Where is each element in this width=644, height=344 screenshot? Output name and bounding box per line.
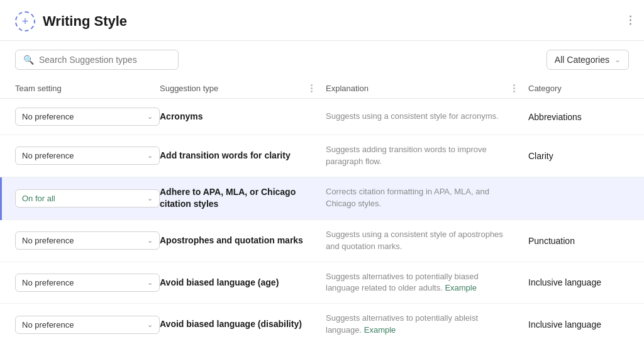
- suggestion-type-cell: Apostrophes and quotation marks: [160, 235, 311, 247]
- explanation-text: Suggests adding transition words to impr…: [326, 145, 487, 166]
- explanation-text: Suggests using a consistent style for ac…: [326, 111, 499, 121]
- suggestion-name: Adhere to APA, MLA, or Chicago citation …: [160, 187, 296, 209]
- col-category: Category: [528, 84, 629, 93]
- category-value: Clarity: [528, 151, 553, 161]
- table-row-inner: No preference⌄Apostrophes and quotation …: [0, 220, 644, 262]
- team-setting-cell: No preference⌄: [15, 108, 160, 126]
- team-setting-value: On for all: [22, 194, 55, 203]
- table-row: No preference⌄Apostrophes and quotation …: [0, 220, 644, 262]
- table-row-inner: No preference⌄Avoid biased language (dis…: [0, 304, 644, 344]
- suggestion-name: Add transition words for clarity: [160, 150, 291, 160]
- suggestion-name: Avoid biased language (age): [160, 277, 279, 287]
- add-icon[interactable]: +: [15, 11, 35, 31]
- team-setting-value: No preference: [22, 320, 74, 330]
- table-row-inner: No preference⌄Add transition words for c…: [0, 135, 644, 177]
- team-setting-cell: No preference⌄: [15, 147, 160, 165]
- explanation-text: Suggests using a consistent style of apo…: [326, 230, 503, 251]
- explanation-cell: Suggests alternatives to potentially bia…: [326, 271, 513, 295]
- team-setting-value: No preference: [22, 112, 74, 121]
- chevron-down-icon: ⌄: [147, 194, 153, 203]
- suggestion-name: Apostrophes and quotation marks: [160, 235, 303, 245]
- table-row-inner: No preference⌄AcronymsSuggests using a c…: [0, 99, 644, 135]
- explanation-cell: Suggests alternatives to potentially abl…: [326, 313, 513, 336]
- team-setting-select[interactable]: No preference⌄: [15, 108, 160, 126]
- table-row-inner: No preference⌄Avoid biased language (age…: [0, 262, 644, 304]
- suggestion-type-cell: Acronyms: [160, 111, 311, 123]
- team-setting-cell: On for all⌄: [15, 189, 160, 208]
- search-box[interactable]: 🔍: [15, 50, 179, 70]
- team-setting-select[interactable]: On for all⌄: [15, 189, 160, 208]
- suggestion-type-cell: Adhere to APA, MLA, or Chicago citation …: [160, 186, 311, 211]
- row-accent: [0, 177, 2, 220]
- dots-menu-icon[interactable]: [627, 13, 634, 28]
- team-setting-select[interactable]: No preference⌄: [15, 147, 160, 165]
- category-cell: Inclusive language: [528, 277, 629, 287]
- page-title: Writing Style: [43, 13, 127, 30]
- explanation-text: Corrects citation formatting in APA, MLA…: [326, 187, 489, 208]
- team-setting-select[interactable]: No preference⌄: [15, 316, 160, 334]
- suggestion-type-cell: Avoid biased language (age): [160, 277, 311, 289]
- category-label: All Categories: [555, 55, 609, 65]
- explanation-text: Suggests alternatives to potentially bia…: [326, 272, 479, 293]
- suggestion-name: Avoid biased language (disability): [160, 319, 302, 329]
- table-body: No preference⌄AcronymsSuggests using a c…: [0, 99, 644, 344]
- chevron-down-icon: ⌄: [147, 113, 153, 121]
- chevron-down-icon: ⌄: [147, 152, 153, 160]
- explanation-cell: Suggests using a consistent style for ac…: [326, 111, 513, 123]
- chevron-down-icon: ⌄: [147, 279, 153, 287]
- explanation-link[interactable]: Example: [364, 325, 396, 335]
- suggestion-type-cell: Add transition words for clarity: [160, 150, 311, 162]
- col-suggestion-type: Suggestion type: [160, 84, 311, 93]
- team-setting-value: No preference: [22, 278, 74, 287]
- explanation-cell: Suggests using a consistent style of apo…: [326, 229, 513, 253]
- category-value: Inclusive language: [528, 319, 601, 330]
- explanation-text: Suggests alternatives to potentially abl…: [326, 313, 478, 335]
- table-row: No preference⌄Add transition words for c…: [0, 135, 644, 177]
- search-icon: 🔍: [23, 55, 34, 65]
- category-cell: Punctuation: [528, 236, 629, 246]
- team-setting-value: No preference: [22, 236, 74, 245]
- chevron-down-icon: ⌄: [147, 321, 153, 329]
- category-value: Abbreviations: [528, 112, 582, 122]
- category-value: Inclusive language: [528, 277, 601, 287]
- suggestion-name: Acronyms: [160, 111, 203, 121]
- table-row: No preference⌄Avoid biased language (dis…: [0, 304, 644, 344]
- category-cell: Abbreviations: [528, 112, 629, 122]
- team-setting-cell: No preference⌄: [15, 231, 160, 250]
- team-setting-cell: No preference⌄: [15, 316, 160, 334]
- team-setting-cell: No preference⌄: [15, 274, 160, 292]
- table-row: On for all⌄Adhere to APA, MLA, or Chicag…: [0, 177, 644, 220]
- chevron-down-icon: ⌄: [147, 236, 153, 245]
- team-setting-value: No preference: [22, 151, 74, 160]
- toolbar: 🔍 All Categories ⌄: [0, 41, 644, 79]
- table-row: No preference⌄AcronymsSuggests using a c…: [0, 99, 644, 135]
- chevron-down-icon: ⌄: [614, 55, 621, 64]
- col-explanation: Explanation: [326, 84, 513, 93]
- explanation-cell: Corrects citation formatting in APA, MLA…: [326, 186, 513, 210]
- table-row: No preference⌄Avoid biased language (age…: [0, 262, 644, 304]
- team-setting-select[interactable]: No preference⌄: [15, 274, 160, 292]
- suggestion-type-col-menu[interactable]: [311, 84, 326, 92]
- category-select[interactable]: All Categories ⌄: [547, 50, 629, 70]
- category-cell: Inclusive language: [528, 319, 629, 330]
- category-cell: Clarity: [528, 151, 629, 161]
- explanation-cell: Suggests adding transition words to impr…: [326, 144, 513, 168]
- category-value: Punctuation: [528, 236, 575, 246]
- explanation-col-menu[interactable]: [513, 84, 528, 92]
- suggestion-type-cell: Avoid biased language (disability): [160, 318, 311, 331]
- table-header: Team setting Suggestion type Explanation…: [0, 79, 644, 99]
- search-input[interactable]: [39, 55, 170, 65]
- team-setting-select[interactable]: No preference⌄: [15, 231, 160, 250]
- page-header: + Writing Style: [0, 0, 644, 41]
- table-row-inner: On for all⌄Adhere to APA, MLA, or Chicag…: [0, 177, 644, 220]
- explanation-link[interactable]: Example: [445, 283, 477, 292]
- col-team-setting: Team setting: [15, 84, 160, 93]
